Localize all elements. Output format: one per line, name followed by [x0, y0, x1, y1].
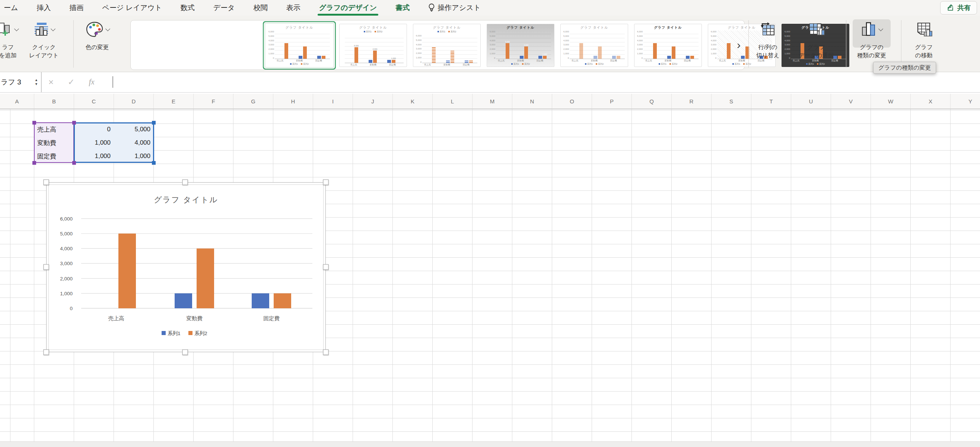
column-header-O[interactable]: O	[552, 94, 592, 109]
menu-tab-3[interactable]: 描画	[69, 0, 83, 16]
select-data-icon	[808, 21, 825, 38]
chart-resize-handle[interactable]	[323, 180, 329, 185]
quick-layout-button[interactable]: クイック レイアウト	[21, 16, 67, 60]
change-colors-button[interactable]: 色の変更	[76, 16, 118, 51]
mini-bar	[672, 46, 675, 59]
column-header-G[interactable]: G	[234, 94, 273, 109]
chart-resize-handle[interactable]	[44, 350, 49, 355]
column-header-P[interactable]: P	[592, 94, 632, 109]
column-header-J[interactable]: J	[353, 94, 393, 109]
enter-icon[interactable]: ✓	[68, 78, 75, 87]
switch-row-column-button[interactable]: 行/列の 切り替え	[749, 16, 786, 60]
mini-bar	[593, 56, 597, 59]
chart-resize-handle[interactable]	[44, 265, 49, 270]
chart-resize-handle[interactable]	[183, 180, 188, 185]
range-handle[interactable]	[152, 121, 156, 125]
chart-style-4[interactable]: グラフ タイトル6,0005,0004,0003,0002,0001,00005…	[487, 24, 554, 67]
selected-range-values[interactable]	[74, 122, 154, 163]
name-box[interactable]: ラフ 3 ▲▼	[0, 72, 42, 92]
mini-y-axis: 6,0005,0004,0003,0002,0001,0000	[415, 35, 422, 63]
chart-resize-handle[interactable]	[323, 350, 329, 355]
column-header-Y[interactable]: Y	[951, 94, 980, 109]
column-header-K[interactable]: K	[393, 94, 433, 109]
stepper-up-icon[interactable]: ▲	[35, 78, 38, 81]
menu-tab-5[interactable]: 数式	[181, 0, 195, 16]
menu-tab-4[interactable]: ページ レイアウト	[102, 0, 162, 16]
chart-style-5[interactable]: グラフ タイトル6,0005,0004,0003,0002,0001,0000売…	[560, 24, 628, 67]
menu-tab-10[interactable]: 書式	[395, 0, 410, 16]
column-header-E[interactable]: E	[154, 94, 194, 109]
change-chart-type-label-1: グラフの	[852, 43, 891, 51]
chart-resize-handle[interactable]	[183, 350, 188, 355]
mini-chart-title: グラフ タイトル	[266, 24, 333, 30]
share-button[interactable]: 共有	[940, 1, 977, 14]
selected-range-labels[interactable]	[34, 122, 74, 163]
menu-tab-2[interactable]: 挿入	[37, 0, 51, 16]
chart-resize-handle[interactable]	[44, 180, 49, 185]
range-handle[interactable]	[152, 161, 156, 165]
mini-chart-title: グラフ タイトル	[413, 24, 480, 30]
column-header-F[interactable]: F	[194, 94, 234, 109]
column-header-X[interactable]: X	[911, 94, 951, 109]
switch-row-column-label-2: 切り替え	[749, 51, 786, 60]
chart-style-1[interactable]: グラフ タイトル6,0005,0004,0003,0002,0001,0000売…	[266, 24, 333, 67]
select-data-button[interactable]: グラフ データの選択	[788, 16, 845, 60]
range-handle[interactable]	[32, 161, 36, 165]
quick-layout-label-2: レイアウト	[21, 51, 67, 60]
menu-tabs: ーム挿入描画ページ レイアウト数式データ校閲表示グラフのデザイン書式操作アシスト	[4, 0, 481, 16]
column-header-D[interactable]: D	[114, 94, 154, 109]
move-chart-label-1: グラフ	[903, 43, 944, 51]
formula-input[interactable]	[108, 72, 980, 92]
ribbon-divider	[748, 20, 749, 68]
column-header-U[interactable]: U	[791, 94, 831, 109]
menu-tab-7[interactable]: 校閲	[254, 0, 268, 16]
menu-tab-11[interactable]: 操作アシスト	[428, 0, 481, 16]
menu-tab-1[interactable]: ーム	[4, 0, 18, 16]
chart-style-3[interactable]: グラフ タイトル系列1系列26,0005,0004,0003,0002,0001…	[413, 24, 481, 67]
change-chart-type-button[interactable]: グラフの 種類の変更	[852, 16, 891, 60]
column-header-L[interactable]: L	[433, 94, 473, 109]
column-header-A[interactable]: A	[0, 94, 34, 109]
mini-bar	[303, 46, 307, 59]
column-header-M[interactable]: M	[473, 94, 512, 109]
gallery-next-arrow[interactable]: ›	[737, 40, 741, 51]
mini-bar	[690, 56, 694, 59]
column-header-Q[interactable]: Q	[632, 94, 672, 109]
range-handle[interactable]	[72, 121, 76, 125]
insert-function-icon[interactable]: fx	[89, 78, 94, 87]
column-header-I[interactable]: I	[313, 94, 353, 109]
menu-tab-6[interactable]: データ	[213, 0, 235, 16]
range-handle[interactable]	[32, 121, 36, 125]
menu-tab-9[interactable]: グラフのデザイン	[319, 0, 377, 16]
column-header-B[interactable]: B	[34, 94, 74, 109]
svg-text:系列2: 系列2	[194, 331, 207, 336]
menu-tab-8[interactable]: 表示	[286, 0, 301, 16]
mini-category-labels: 売上高変動費固定費	[266, 59, 333, 62]
column-header-C[interactable]: C	[74, 94, 114, 109]
range-handle[interactable]	[72, 161, 76, 165]
mini-plot	[570, 30, 625, 59]
move-chart-button[interactable]: グラフ の移動	[903, 16, 944, 60]
chart-style-6[interactable]: グラフ タイトル6,0005,0004,0003,0002,0001,0000売…	[634, 24, 702, 67]
name-box-stepper[interactable]: ▲▼	[35, 78, 41, 86]
chart-area[interactable]: グラフ タイトル01,0002,0003,0004,0005,0006,000売…	[48, 184, 324, 350]
mini-legend: 系列1系列2	[561, 62, 628, 67]
add-chart-element-button[interactable]: ラフ を追加	[0, 16, 24, 60]
column-header-R[interactable]: R	[672, 94, 711, 109]
column-header-W[interactable]: W	[871, 94, 911, 109]
mini-legend: 系列1系列2	[635, 62, 702, 67]
column-header-V[interactable]: V	[831, 94, 871, 109]
column-header-S[interactable]: S	[711, 94, 751, 109]
chart-resize-handle[interactable]	[323, 265, 329, 270]
horizontal-scrollbar[interactable]	[0, 441, 980, 447]
stepper-down-icon[interactable]: ▼	[35, 82, 38, 86]
mini-chart-title: グラフ タイトル	[561, 24, 628, 30]
column-header-H[interactable]: H	[273, 94, 313, 109]
column-header-N[interactable]: N	[512, 94, 552, 109]
cancel-icon[interactable]: ×	[48, 77, 54, 87]
embedded-chart[interactable]: グラフ タイトル01,0002,0003,0004,0005,0006,000売…	[46, 182, 326, 352]
mini-category-labels: 売上高変動費固定費	[708, 59, 775, 62]
mini-bar	[524, 46, 528, 59]
column-header-T[interactable]: T	[751, 94, 791, 109]
chart-style-2[interactable]: グラフ タイトル系列1系列25,0004,0001,000売上高変動費固定費	[339, 24, 407, 67]
